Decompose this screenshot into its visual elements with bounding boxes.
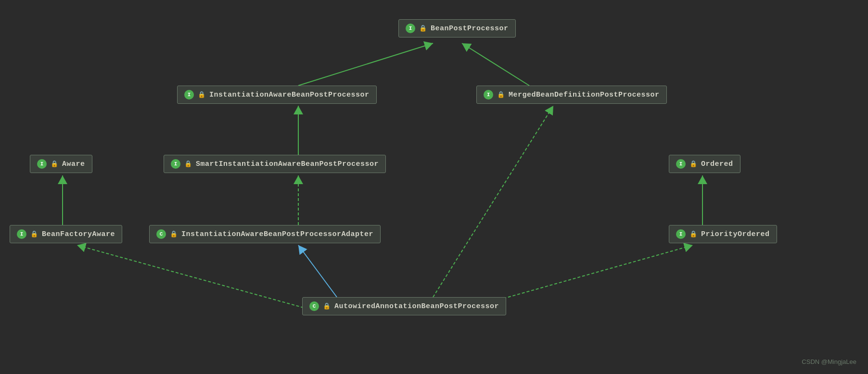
node-label: PriorityOrdered — [701, 230, 770, 238]
node-smartinstantiation: I 🔒 SmartInstantiationAwareBeanPostProce… — [164, 155, 386, 173]
watermark: CSDN @MingjaLee — [802, 358, 856, 365]
svg-line-6 — [77, 245, 318, 312]
connections-svg — [0, 0, 868, 374]
badge-i: I — [676, 159, 686, 169]
lock-icon: 🔒 — [170, 230, 178, 238]
lock-icon: 🔒 — [184, 160, 192, 168]
node-beanpostprocessor: I 🔒 BeanPostProcessor — [398, 19, 516, 37]
badge-c: C — [309, 301, 319, 311]
lock-icon: 🔒 — [689, 230, 697, 238]
badge-i: I — [171, 159, 180, 169]
node-beanfactoryaware: I 🔒 BeanFactoryAware — [10, 225, 122, 243]
node-ordered: I 🔒 Ordered — [669, 155, 740, 173]
node-label: InstantiationAwareBeanPostProcessorAdapt… — [181, 230, 373, 238]
diagram-container: I 🔒 BeanPostProcessor I 🔒 InstantiationA… — [0, 0, 868, 374]
badge-i: I — [17, 229, 26, 239]
svg-line-0 — [298, 43, 433, 86]
node-label: Aware — [62, 160, 85, 168]
node-label: BeanFactoryAware — [42, 230, 115, 238]
badge-i: I — [37, 159, 47, 169]
badge-i: I — [184, 90, 194, 100]
badge-i: I — [406, 24, 415, 33]
lock-icon: 🔒 — [497, 91, 505, 99]
node-priorityordered: I 🔒 PriorityOrdered — [669, 225, 777, 243]
node-label: InstantiationAwareBeanPostProcessor — [209, 91, 370, 99]
lock-icon: 🔒 — [51, 160, 58, 168]
lock-icon: 🔒 — [419, 25, 427, 32]
node-label: BeanPostProcessor — [431, 25, 509, 33]
lock-icon: 🔒 — [323, 302, 331, 310]
svg-line-5 — [298, 245, 337, 297]
node-autowiredannotation: C 🔒 AutowiredAnnotationBeanPostProcessor — [302, 297, 506, 315]
node-label: SmartInstantiationAwareBeanPostProcessor — [196, 160, 379, 168]
node-instantiationadapter: C 🔒 InstantiationAwareBeanPostProcessorA… — [149, 225, 381, 243]
node-mergedbeandefinition: I 🔒 MergedBeanDefinitionPostProcessor — [476, 86, 667, 104]
node-label: AutowiredAnnotationBeanPostProcessor — [334, 302, 499, 311]
node-aware: I 🔒 Aware — [30, 155, 92, 173]
svg-line-1 — [462, 43, 529, 86]
badge-c: C — [156, 229, 166, 239]
badge-i: I — [676, 229, 686, 239]
lock-icon: 🔒 — [689, 160, 697, 168]
badge-i: I — [484, 90, 493, 100]
svg-line-7 — [433, 106, 553, 297]
node-label: Ordered — [701, 160, 733, 168]
lock-icon: 🔒 — [30, 230, 38, 238]
node-instantiationaware: I 🔒 InstantiationAwareBeanPostProcessor — [177, 86, 377, 104]
node-label: MergedBeanDefinitionPostProcessor — [509, 91, 660, 99]
lock-icon: 🔒 — [198, 91, 205, 99]
